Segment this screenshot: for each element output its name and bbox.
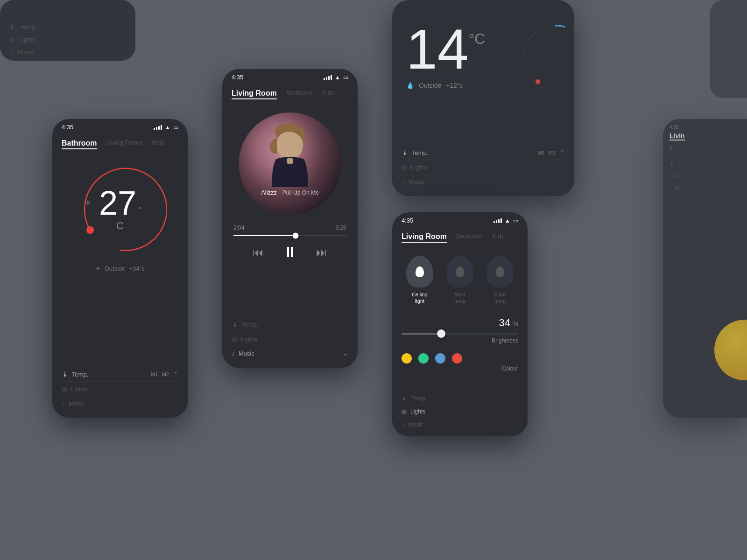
colour-blue[interactable]: [435, 353, 445, 364]
lights-nav-item[interactable]: ◎ Lights: [62, 382, 178, 396]
thermometer-icon: 🌡: [9, 23, 15, 30]
music-label-lights: Music: [409, 421, 423, 428]
m1-label[interactable]: M1: [151, 371, 158, 377]
chevron-up-icon: ⌃: [173, 371, 178, 378]
album-art: Alizzz · Pull Up On Me: [239, 112, 341, 215]
outside-temp-bedroom: +12°c: [446, 82, 463, 89]
far-lights-icon: ◎: [669, 173, 674, 179]
colour-green[interactable]: [418, 353, 429, 364]
tab-living-room-music[interactable]: Living Room: [232, 89, 277, 99]
ceiling-light-item[interactable]: Ceilinglight: [406, 256, 433, 305]
colour-label: Colour: [402, 365, 518, 372]
bed-lights-nav[interactable]: ◎ Lights: [402, 160, 565, 175]
now-playing-overlay: Alizzz · Pull Up On Me: [239, 188, 341, 196]
tab-bedroom-lights[interactable]: Bedroom: [456, 232, 483, 243]
music-nav-music-bottom[interactable]: ♪ Music ⌄: [232, 346, 348, 360]
artist-name-overlay: Alizzz: [261, 189, 277, 196]
wifi-icon: ▲: [165, 124, 170, 131]
wall-bulb: [446, 256, 473, 287]
tab-bed[interactable]: Bed: [152, 139, 163, 149]
svg-point-6: [536, 79, 540, 84]
status-bar-bedroom: 4:35: [392, 0, 574, 16]
lights-nav-icon: ◎: [62, 385, 67, 392]
tab-kids-music[interactable]: Kids: [322, 89, 335, 99]
status-icons-music: ▲ ▭: [324, 74, 348, 81]
far-temp-nav: 🌡 T.: [669, 159, 740, 170]
yellow-circle-partial: [714, 320, 747, 380]
far-temp-label: T.: [677, 162, 682, 168]
lights-label-lights: Lights: [410, 408, 425, 415]
temp-label-bed[interactable]: Temp.: [412, 149, 534, 156]
tab-living-room[interactable]: Living Room: [106, 139, 143, 149]
colour-section: Colour: [392, 348, 528, 379]
temp-icon: 🌡: [62, 371, 68, 378]
room-nav-music: Living Room Bedroom Kids: [222, 85, 358, 103]
music-icon-bottom: ♪: [232, 350, 235, 357]
lights-icon-lights: ◎: [402, 408, 407, 415]
temp-label-music: Temp.: [242, 321, 258, 328]
music-icon: ♪: [9, 49, 13, 56]
music-nav-lights[interactable]: ♪ Music: [402, 418, 518, 431]
temp-icon-music: 🌡: [232, 321, 238, 328]
song-title-overlay: Pull Up On Me: [282, 189, 319, 196]
far-lights-nav: ◎ L.: [669, 170, 740, 182]
play-pause-button[interactable]: ⏸: [282, 244, 297, 261]
temp-nav-lights[interactable]: 🌡 Temp.: [402, 392, 518, 405]
tab-bathroom[interactable]: Bathroom: [62, 139, 97, 149]
partial-music-item: ♪ Music: [9, 49, 126, 56]
lights-nav-music[interactable]: ◎ Lights: [232, 332, 348, 346]
music-controls: ⏮ ⏸ ⏭: [222, 244, 358, 261]
music-nav-item[interactable]: ♪ Music: [62, 396, 178, 410]
battery-icon-lights: ▭: [513, 217, 518, 224]
bed-chevron: ⌃: [559, 149, 565, 156]
progress-section: 2:04 3:26: [222, 224, 358, 236]
sun-icon: ☀: [95, 265, 101, 272]
lights-card: 4:35 ▲ ▭ Living Room Bedroom Kids Ceilin…: [392, 212, 528, 436]
status-bar: 4:35 ▲ ▭: [52, 119, 188, 135]
bed-m1[interactable]: M1: [537, 150, 544, 155]
signal-icon: [154, 125, 162, 130]
wall-lamp-item[interactable]: Walllamp: [446, 256, 473, 305]
m2-label[interactable]: M2: [162, 371, 169, 377]
bed-music-nav[interactable]: ♪ Music: [402, 175, 565, 189]
partial-temp-label: Temp.: [20, 23, 36, 30]
signal-icon-lights: [493, 218, 502, 223]
colour-red[interactable]: [452, 353, 462, 364]
temp-icon-bed: 🌡: [402, 149, 408, 156]
current-time: 2:04: [233, 224, 244, 231]
brightness-thumb[interactable]: [437, 329, 445, 338]
next-button[interactable]: ⏭: [316, 246, 327, 259]
colour-yellow[interactable]: [402, 353, 412, 364]
progress-thumb[interactable]: [293, 232, 299, 238]
lights-nav-lights[interactable]: ◎ Lights: [402, 405, 518, 418]
artist-image: [239, 112, 341, 215]
music-label-bed: Music: [409, 178, 424, 185]
tab-living-lights[interactable]: Living Room: [402, 232, 447, 243]
wifi-icon-lights: ▲: [505, 217, 510, 224]
colour-dots-row: [402, 353, 518, 364]
lights-nav-label: Lights: [71, 385, 87, 392]
time: 4:35: [62, 124, 73, 131]
total-time: 3:26: [336, 224, 346, 231]
partial-temp-item: 🌡 Temp.: [9, 23, 126, 30]
room-nav: Bathroom Living Room Bed: [52, 135, 188, 153]
brightness-track[interactable]: [402, 333, 518, 335]
temp-nav-music[interactable]: 🌡 Temp.: [232, 317, 348, 332]
battery-icon: ▭: [173, 124, 178, 131]
bedroom-temp-value: 14: [406, 21, 468, 77]
bed-m2[interactable]: M2: [549, 150, 556, 155]
progress-track[interactable]: [233, 235, 346, 236]
bottom-nav: 🌡 Temp. M1 M2 ⌃ ◎ Lights ♪ Music: [52, 363, 188, 418]
far-music-icon: ♪: [669, 185, 672, 190]
tab-bedroom-music[interactable]: Bedroom: [286, 89, 313, 99]
lights-icon: ◎: [9, 36, 14, 43]
floor-lamp-item[interactable]: Floorlamp: [486, 256, 514, 305]
temp-nav-label[interactable]: Temp.: [72, 371, 147, 378]
tab-kids-lights[interactable]: Kids: [492, 232, 505, 243]
card-top-partial: 🌡 Temp. ◎ Lights ♪ Music: [0, 0, 135, 61]
far-music-nav: ♪ M.: [669, 182, 740, 193]
plus-icon: +: [85, 197, 91, 209]
brightness-value: 34: [499, 317, 510, 329]
status-bar-music: 4:35 ▲ ▭: [222, 69, 358, 85]
prev-button[interactable]: ⏮: [253, 246, 264, 259]
